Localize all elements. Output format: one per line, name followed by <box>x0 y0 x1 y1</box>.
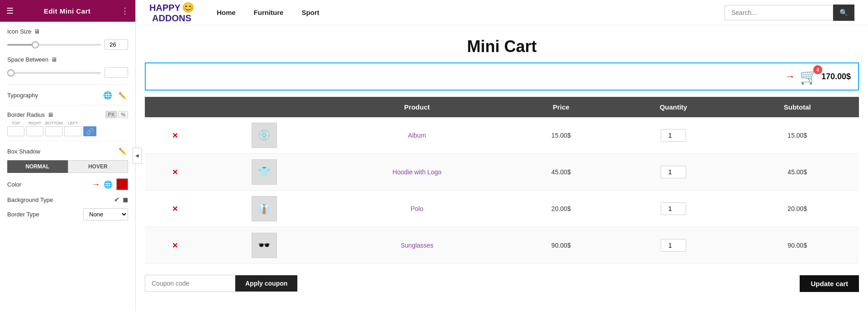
br-left-input[interactable] <box>64 126 81 136</box>
border-radius-labels: TOP RIGHT BOTTOM LEFT <box>7 121 128 125</box>
typography-globe-btn[interactable]: 🌐 <box>101 90 114 100</box>
subtotal-cell: 15.00$ <box>736 117 859 154</box>
product-link-1[interactable]: Album <box>408 132 426 139</box>
nav-furniture[interactable]: Furniture <box>254 9 284 16</box>
hover-tab-btn[interactable]: HOVER <box>68 160 129 173</box>
thumb-cell: 🕶️ <box>205 227 323 264</box>
px-unit-btn[interactable]: PX <box>105 111 118 118</box>
remove-cell: ✕ <box>145 191 205 227</box>
qty-cell <box>611 117 736 154</box>
remove-btn-2[interactable]: ✕ <box>172 168 178 177</box>
icon-size-slider-fill <box>7 44 35 46</box>
typography-edit-btn[interactable]: ✏️ <box>117 90 128 100</box>
icon-size-slider-row <box>7 39 128 50</box>
border-radius-label: Border Radius 🖥 <box>7 111 53 118</box>
br-top-input[interactable] <box>7 126 24 136</box>
bg-type-icons: ✔ ◼ <box>114 196 128 204</box>
color-row: Color → 🌐 <box>7 178 128 190</box>
br-link-btn[interactable]: 🔗 <box>83 126 96 136</box>
icon-size-label: Icon Size 🖥 <box>7 28 40 35</box>
product-link-2[interactable]: Hoodie with Logo <box>392 168 441 176</box>
qty-input-4[interactable] <box>661 239 686 252</box>
col-image <box>205 97 323 117</box>
name-cell: Polo <box>323 191 511 227</box>
logo-happy: HAPPY <box>149 3 181 12</box>
nav-sport[interactable]: Sport <box>301 9 319 16</box>
remove-btn-3[interactable]: ✕ <box>172 205 178 213</box>
qty-input-1[interactable] <box>661 129 686 142</box>
cart-table-head: Product Price Quantity Subtotal <box>145 97 859 117</box>
border-type-select[interactable]: None Solid Dashed Dotted <box>83 208 128 220</box>
border-radius-section: Border Radius 🖥 PX % TOP RIGHT BOTTOM LE… <box>7 111 128 136</box>
top-nav: HAPPY 😊 ADDONS Home Furniture Sport 🔍 <box>136 0 868 25</box>
panel-title: Edit Mini Cart <box>44 7 91 15</box>
bg-solid-btn[interactable]: ✔ <box>114 196 120 204</box>
border-radius-header: Border Radius 🖥 PX % <box>7 111 128 118</box>
box-shadow-edit-btn[interactable]: ✏️ <box>117 147 128 156</box>
normal-tab-btn[interactable]: NORMAL <box>7 160 68 173</box>
icon-size-row: Icon Size 🖥 <box>7 28 128 35</box>
name-cell: Sunglasses <box>323 227 511 264</box>
remove-btn-4[interactable]: ✕ <box>172 241 178 250</box>
br-right-label: RIGHT <box>26 121 43 125</box>
unit-toggle: PX % <box>105 111 128 118</box>
br-left-label: LEFT <box>64 121 81 125</box>
border-radius-fields: 🔗 <box>7 126 128 136</box>
logo: HAPPY 😊 ADDONS <box>149 2 194 23</box>
price-cell: 15.00$ <box>511 117 611 154</box>
bg-type-label: Background Type <box>7 196 53 203</box>
hamburger-icon[interactable]: ☰ <box>6 6 14 16</box>
br-top-label: TOP <box>7 121 24 125</box>
icon-size-input[interactable] <box>105 39 128 50</box>
br-right-input[interactable] <box>26 126 43 136</box>
qty-cell <box>611 191 736 227</box>
main-body: Mini Cart → 🛒 4 170.00$ Product Price Qu… <box>136 25 868 311</box>
subtotal-cell: 45.00$ <box>736 154 859 191</box>
remove-btn-1[interactable]: ✕ <box>172 131 178 140</box>
search-input[interactable] <box>725 5 833 20</box>
space-between-slider-row <box>7 67 128 78</box>
br-bottom-input[interactable] <box>45 126 62 136</box>
coupon-row: Apply coupon Update cart <box>145 272 859 295</box>
color-swatch[interactable] <box>116 178 128 190</box>
nav-home[interactable]: Home <box>217 9 236 16</box>
col-subtotal: Subtotal <box>736 97 859 117</box>
nav-links: Home Furniture Sport <box>217 9 706 16</box>
grid-icon[interactable]: ⋮ <box>121 6 129 16</box>
icon-size-slider-track[interactable] <box>7 44 101 46</box>
pct-unit-btn[interactable]: % <box>118 111 128 118</box>
normal-hover-toggle: NORMAL HOVER <box>7 160 128 173</box>
thumb-cell: 👕 <box>205 154 323 191</box>
search-button[interactable]: 🔍 <box>833 5 854 21</box>
space-between-slider-thumb[interactable] <box>7 69 14 77</box>
update-cart-button[interactable]: Update cart <box>800 275 859 292</box>
product-thumb-4: 🕶️ <box>252 233 277 258</box>
cart-table-body: ✕ 💿 Album 15.00$ 15.00$ ✕ 👕 Hoodie with … <box>145 117 859 264</box>
color-controls: → 🌐 <box>92 178 128 190</box>
cart-table: Product Price Quantity Subtotal ✕ 💿 Albu… <box>145 97 859 264</box>
qty-input-2[interactable] <box>661 166 686 178</box>
box-shadow-label: Box Shadow <box>7 148 40 155</box>
icon-size-slider-thumb[interactable] <box>32 41 39 48</box>
bg-gradient-btn[interactable]: ◼ <box>123 196 128 204</box>
color-label: Color <box>7 181 21 188</box>
cart-icon-wrapper[interactable]: 🛒 4 <box>800 68 818 85</box>
product-link-3[interactable]: Polo <box>410 205 423 212</box>
panel-collapse-btn[interactable]: ◀ <box>133 148 142 164</box>
product-thumb-3: 👔 <box>252 196 277 221</box>
color-globe-btn[interactable]: 🌐 <box>102 179 114 190</box>
box-shadow-row: Box Shadow ✏️ <box>7 147 128 156</box>
panel-header: ☰ Edit Mini Cart ⋮ <box>0 0 135 22</box>
remove-cell: ✕ <box>145 154 205 191</box>
typography-row: Typography 🌐 ✏️ <box>7 90 128 100</box>
border-type-label: Border Type <box>7 211 39 218</box>
monitor-icon-3: 🖥 <box>48 111 53 118</box>
cart-header-row: Product Price Quantity Subtotal <box>145 97 859 117</box>
space-between-input[interactable] <box>105 67 128 78</box>
qty-input-3[interactable] <box>661 202 686 215</box>
product-link-4[interactable]: Sunglasses <box>401 242 433 249</box>
space-between-slider-track[interactable] <box>7 72 101 74</box>
table-row: ✕ 🕶️ Sunglasses 90.00$ 90.00$ <box>145 227 859 264</box>
apply-coupon-button[interactable]: Apply coupon <box>235 275 297 292</box>
coupon-input[interactable] <box>145 275 235 292</box>
